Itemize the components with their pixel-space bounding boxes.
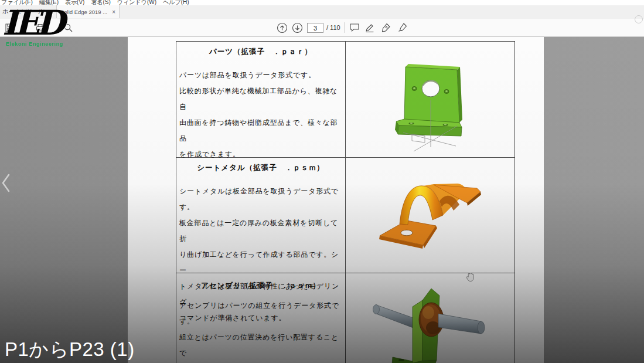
hand-icon [466,272,475,282]
menu-window[interactable]: ウィンドウ(W) [117,0,156,5]
table-row: パーツ（拡張子 ．ｐａｒ） パーツは部品を取扱うデータ形式です。 比較的形状が単… [176,42,514,158]
save-icon [5,23,15,33]
body-line: す。 [179,199,343,215]
page-number-input[interactable] [307,23,323,33]
video-caption: P1からP23 (1) [5,337,135,363]
table-row: シートメタル（拡張子 ．ｐｓｍ） シートメタルは板金部品を取扱うデータ形式で す… [176,158,514,273]
assembly-figure [346,273,514,363]
table-cell-text: パーツ（拡張子 ．ｐａｒ） パーツは部品を取扱うデータ形式です。 比較的形状が単… [176,42,346,157]
body-line: 由曲面を持つ鋳物や樹脂成型品まで、様々な部品 [179,115,343,147]
tab-tools-label: ツール [26,8,45,16]
tab-tools[interactable]: ツール [25,5,46,18]
menu-sign[interactable]: 署名(S) [91,0,110,5]
body-line: す。 [179,314,343,330]
table-row: アセンブリ（拡張子 ．ａｓｍ） アセンブリはパーツの組立を行うデータ形式で す。… [176,273,514,363]
search-button[interactable] [62,22,74,33]
sign-button[interactable] [380,22,392,33]
tab-document-label: Solid Edge 2019 ... [60,9,107,15]
row-header: パーツ（拡張子 ．ｐａｒ） [176,47,345,57]
comment-bubble-icon [349,22,360,33]
close-tab-icon[interactable]: × [112,9,115,15]
table-cell-figure [346,158,514,273]
pencil-icon [364,22,375,33]
fill-sign-icon [397,22,408,33]
help-icon[interactable] [635,15,643,23]
arrow-down-circle-icon [292,22,303,33]
row-header: シートメタル（拡張子 ．ｐｓｍ） [176,163,345,173]
menu-bar: ファイル(F) 編集(E) 表示(V) 署名(S) ウィンドウ(W) ヘルプ(H… [0,0,644,5]
tab-home[interactable]: ホーム [1,5,22,18]
menu-help[interactable]: ヘルプ(H) [163,0,189,5]
row-body: パーツは部品を取扱うデータ形式です。 比較的形状が単純な機械加工部品から、複雑な… [179,67,343,162]
print-button[interactable] [34,22,46,33]
arrow-up-circle-icon [277,22,288,33]
save-button[interactable] [4,22,15,33]
body-line: 組立とはパーツの位置決めを行い配置することで [179,330,343,361]
body-line: パーツは部品を取扱うデータ形式です。 [179,67,343,83]
toolbar: / 110 [0,19,644,37]
previous-page-button[interactable] [276,22,288,33]
print-icon [35,23,45,33]
row-body: アセンブリはパーツの組立を行うデータ形式で す。 組立とはパーツの位置決めを行い… [179,298,343,363]
tab-home-label: ホーム [2,8,21,16]
menu-file[interactable]: ファイル(F) [1,0,33,5]
body-line: シートメタルは板金部品を取扱うデータ形式で [179,184,343,199]
body-line: 板金部品とは一定の厚みの板金素材を切断して折 [179,215,343,247]
menu-view[interactable]: 表示(V) [65,0,84,5]
search-icon [63,23,73,33]
comment-button[interactable] [349,22,360,33]
body-line: アセンブリはパーツの組立を行うデータ形式で [179,298,343,314]
file-format-table: パーツ（拡張子 ．ｐａｒ） パーツは部品を取扱うデータ形式です。 比較的形状が単… [176,41,515,363]
row-header: アセンブリ（拡張子 ．ａｓｍ） [176,281,345,291]
pdf-page: パーツ（拡張子 ．ｐａｒ） パーツは部品を取扱うデータ形式です。 比較的形状が単… [128,36,544,363]
table-cell-figure [346,42,514,157]
tab-bar: ホーム ツール Solid Edge 2019 ... × [0,5,644,19]
menu-edit[interactable]: 編集(E) [39,0,59,5]
table-cell-text: シートメタル（拡張子 ．ｐｓｍ） シートメタルは板金部品を取扱うデータ形式で す… [176,158,346,273]
fountain-pen-icon [381,22,391,33]
next-page-button[interactable] [291,22,303,33]
application-window: ファイル(F) 編集(E) 表示(V) 署名(S) ウィンドウ(W) ヘルプ(H… [0,0,644,363]
green-bracket-figure [346,42,514,157]
body-line: 比較的形状が単純な機械加工部品から、複雑な自 [179,83,343,115]
table-cell-text: アセンブリ（拡張子 ．ａｓｍ） アセンブリはパーツの組立を行うデータ形式で す。… [176,273,346,363]
hand-tool-cursor [466,272,475,284]
document-viewport: パーツ（拡張子 ．ｐａｒ） パーツは部品を取扱うデータ形式です。 比較的形状が単… [0,36,644,363]
highlight-button[interactable] [364,22,376,33]
page-total-label: / 110 [326,24,340,31]
orange-clamp-figure [346,158,514,273]
chevron-left-icon [1,173,11,193]
fill-sign-button[interactable] [397,22,408,33]
toolbar-divider [344,22,345,33]
previous-page-chevron[interactable] [1,173,11,195]
tab-document[interactable]: Solid Edge 2019 ... × [56,5,120,18]
table-cell-figure [346,273,514,363]
